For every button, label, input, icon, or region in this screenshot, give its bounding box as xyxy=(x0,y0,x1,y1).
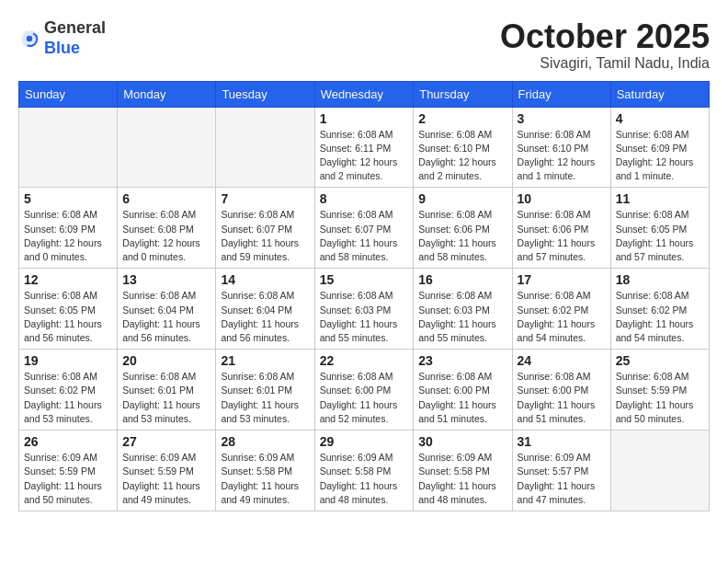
calendar-table: SundayMondayTuesdayWednesdayThursdayFrid… xyxy=(18,81,710,511)
calendar-day-cell: 2Sunrise: 6:08 AM Sunset: 6:10 PM Daylig… xyxy=(414,107,512,188)
day-info: Sunrise: 6:08 AM Sunset: 6:09 PM Dayligh… xyxy=(24,208,112,264)
day-info: Sunrise: 6:08 AM Sunset: 6:10 PM Dayligh… xyxy=(418,128,506,184)
day-number: 17 xyxy=(518,272,606,287)
day-info: Sunrise: 6:08 AM Sunset: 6:02 PM Dayligh… xyxy=(616,289,704,345)
day-info: Sunrise: 6:08 AM Sunset: 6:01 PM Dayligh… xyxy=(122,370,210,426)
calendar-day-cell: 22Sunrise: 6:08 AM Sunset: 6:00 PM Dayli… xyxy=(314,350,414,431)
day-info: Sunrise: 6:08 AM Sunset: 6:00 PM Dayligh… xyxy=(518,370,606,426)
location: Sivagiri, Tamil Nadu, India xyxy=(500,55,710,72)
day-info: Sunrise: 6:08 AM Sunset: 6:04 PM Dayligh… xyxy=(221,289,309,345)
day-number: 8 xyxy=(320,191,409,206)
calendar-day-cell xyxy=(610,431,709,511)
calendar-day-cell: 15Sunrise: 6:08 AM Sunset: 6:03 PM Dayli… xyxy=(314,269,414,350)
day-info: Sunrise: 6:08 AM Sunset: 6:04 PM Dayligh… xyxy=(122,289,210,345)
day-number: 26 xyxy=(24,434,112,449)
weekday-header: Friday xyxy=(512,81,610,107)
day-number: 14 xyxy=(221,272,309,287)
day-number: 7 xyxy=(221,191,309,206)
calendar-day-cell: 6Sunrise: 6:08 AM Sunset: 6:08 PM Daylig… xyxy=(118,188,216,269)
day-number: 9 xyxy=(418,191,506,206)
day-number: 19 xyxy=(24,353,112,368)
day-number: 11 xyxy=(616,191,704,206)
weekday-header-row: SundayMondayTuesdayWednesdayThursdayFrid… xyxy=(19,81,710,107)
day-number: 25 xyxy=(616,353,704,368)
day-number: 28 xyxy=(221,434,309,449)
day-info: Sunrise: 6:08 AM Sunset: 6:05 PM Dayligh… xyxy=(24,289,112,345)
calendar-day-cell: 11Sunrise: 6:08 AM Sunset: 6:05 PM Dayli… xyxy=(610,188,709,269)
day-info: Sunrise: 6:08 AM Sunset: 6:11 PM Dayligh… xyxy=(320,128,409,184)
day-info: Sunrise: 6:09 AM Sunset: 5:59 PM Dayligh… xyxy=(122,451,210,507)
day-info: Sunrise: 6:09 AM Sunset: 5:58 PM Dayligh… xyxy=(320,451,409,507)
calendar-week-row: 5Sunrise: 6:08 AM Sunset: 6:09 PM Daylig… xyxy=(19,188,710,269)
day-info: Sunrise: 6:08 AM Sunset: 6:06 PM Dayligh… xyxy=(518,208,606,264)
calendar-day-cell: 17Sunrise: 6:08 AM Sunset: 6:02 PM Dayli… xyxy=(512,269,610,350)
weekday-header: Saturday xyxy=(610,81,709,107)
day-info: Sunrise: 6:08 AM Sunset: 6:00 PM Dayligh… xyxy=(320,370,409,426)
calendar-day-cell: 25Sunrise: 6:08 AM Sunset: 5:59 PM Dayli… xyxy=(610,350,709,431)
calendar-day-cell: 4Sunrise: 6:08 AM Sunset: 6:09 PM Daylig… xyxy=(610,107,709,188)
calendar-day-cell: 8Sunrise: 6:08 AM Sunset: 6:07 PM Daylig… xyxy=(314,188,414,269)
day-number: 23 xyxy=(418,353,506,368)
day-info: Sunrise: 6:08 AM Sunset: 6:06 PM Dayligh… xyxy=(418,208,506,264)
day-info: Sunrise: 6:08 AM Sunset: 6:07 PM Dayligh… xyxy=(221,208,309,264)
calendar-day-cell: 24Sunrise: 6:08 AM Sunset: 6:00 PM Dayli… xyxy=(512,350,610,431)
page-header: General Blue October 2025 Sivagiri, Tami… xyxy=(18,18,710,72)
day-info: Sunrise: 6:08 AM Sunset: 6:00 PM Dayligh… xyxy=(418,370,506,426)
calendar-day-cell: 13Sunrise: 6:08 AM Sunset: 6:04 PM Dayli… xyxy=(118,269,216,350)
calendar-day-cell: 29Sunrise: 6:09 AM Sunset: 5:58 PM Dayli… xyxy=(314,431,414,511)
calendar-day-cell: 28Sunrise: 6:09 AM Sunset: 5:58 PM Dayli… xyxy=(216,431,314,511)
day-info: Sunrise: 6:09 AM Sunset: 5:59 PM Dayligh… xyxy=(24,451,112,507)
day-number: 31 xyxy=(518,434,606,449)
logo-icon xyxy=(18,28,40,50)
calendar-day-cell: 10Sunrise: 6:08 AM Sunset: 6:06 PM Dayli… xyxy=(512,188,610,269)
logo-text: General Blue xyxy=(44,18,106,58)
calendar-day-cell: 21Sunrise: 6:08 AM Sunset: 6:01 PM Dayli… xyxy=(216,350,314,431)
calendar-day-cell: 7Sunrise: 6:08 AM Sunset: 6:07 PM Daylig… xyxy=(216,188,314,269)
day-number: 20 xyxy=(122,353,210,368)
calendar-day-cell: 14Sunrise: 6:08 AM Sunset: 6:04 PM Dayli… xyxy=(216,269,314,350)
svg-point-0 xyxy=(27,35,32,40)
day-number: 29 xyxy=(320,434,409,449)
day-number: 24 xyxy=(518,353,606,368)
weekday-header: Wednesday xyxy=(314,81,414,107)
day-number: 16 xyxy=(418,272,506,287)
calendar-week-row: 1Sunrise: 6:08 AM Sunset: 6:11 PM Daylig… xyxy=(19,107,710,188)
day-number: 2 xyxy=(418,111,506,126)
logo: General Blue xyxy=(18,18,106,58)
title-block: October 2025 Sivagiri, Tamil Nadu, India xyxy=(500,18,710,72)
day-info: Sunrise: 6:08 AM Sunset: 6:02 PM Dayligh… xyxy=(24,370,112,426)
weekday-header: Tuesday xyxy=(216,81,314,107)
day-info: Sunrise: 6:08 AM Sunset: 6:01 PM Dayligh… xyxy=(221,370,309,426)
day-info: Sunrise: 6:08 AM Sunset: 6:03 PM Dayligh… xyxy=(320,289,409,345)
calendar-week-row: 12Sunrise: 6:08 AM Sunset: 6:05 PM Dayli… xyxy=(19,269,710,350)
calendar-day-cell: 30Sunrise: 6:09 AM Sunset: 5:58 PM Dayli… xyxy=(414,431,512,511)
day-info: Sunrise: 6:08 AM Sunset: 6:05 PM Dayligh… xyxy=(616,208,704,264)
day-number: 1 xyxy=(320,111,409,126)
day-number: 3 xyxy=(518,111,606,126)
calendar-day-cell: 18Sunrise: 6:08 AM Sunset: 6:02 PM Dayli… xyxy=(610,269,709,350)
day-info: Sunrise: 6:08 AM Sunset: 5:59 PM Dayligh… xyxy=(616,370,704,426)
calendar-week-row: 26Sunrise: 6:09 AM Sunset: 5:59 PM Dayli… xyxy=(19,431,710,511)
calendar-day-cell: 5Sunrise: 6:08 AM Sunset: 6:09 PM Daylig… xyxy=(19,188,118,269)
day-number: 30 xyxy=(418,434,506,449)
calendar-day-cell: 12Sunrise: 6:08 AM Sunset: 6:05 PM Dayli… xyxy=(19,269,118,350)
day-number: 18 xyxy=(616,272,704,287)
day-number: 10 xyxy=(518,191,606,206)
calendar-day-cell: 19Sunrise: 6:08 AM Sunset: 6:02 PM Dayli… xyxy=(19,350,118,431)
calendar-day-cell: 20Sunrise: 6:08 AM Sunset: 6:01 PM Dayli… xyxy=(118,350,216,431)
day-info: Sunrise: 6:08 AM Sunset: 6:07 PM Dayligh… xyxy=(320,208,409,264)
day-number: 12 xyxy=(24,272,112,287)
day-number: 22 xyxy=(320,353,409,368)
calendar-week-row: 19Sunrise: 6:08 AM Sunset: 6:02 PM Dayli… xyxy=(19,350,710,431)
day-info: Sunrise: 6:09 AM Sunset: 5:57 PM Dayligh… xyxy=(518,451,606,507)
weekday-header: Sunday xyxy=(19,81,118,107)
calendar-day-cell: 27Sunrise: 6:09 AM Sunset: 5:59 PM Dayli… xyxy=(118,431,216,511)
calendar-day-cell: 31Sunrise: 6:09 AM Sunset: 5:57 PM Dayli… xyxy=(512,431,610,511)
day-number: 5 xyxy=(24,191,112,206)
calendar-day-cell xyxy=(19,107,118,188)
day-info: Sunrise: 6:08 AM Sunset: 6:03 PM Dayligh… xyxy=(418,289,506,345)
calendar-day-cell: 26Sunrise: 6:09 AM Sunset: 5:59 PM Dayli… xyxy=(19,431,118,511)
day-info: Sunrise: 6:08 AM Sunset: 6:10 PM Dayligh… xyxy=(518,128,606,184)
calendar-day-cell xyxy=(118,107,216,188)
day-info: Sunrise: 6:08 AM Sunset: 6:08 PM Dayligh… xyxy=(122,208,210,264)
